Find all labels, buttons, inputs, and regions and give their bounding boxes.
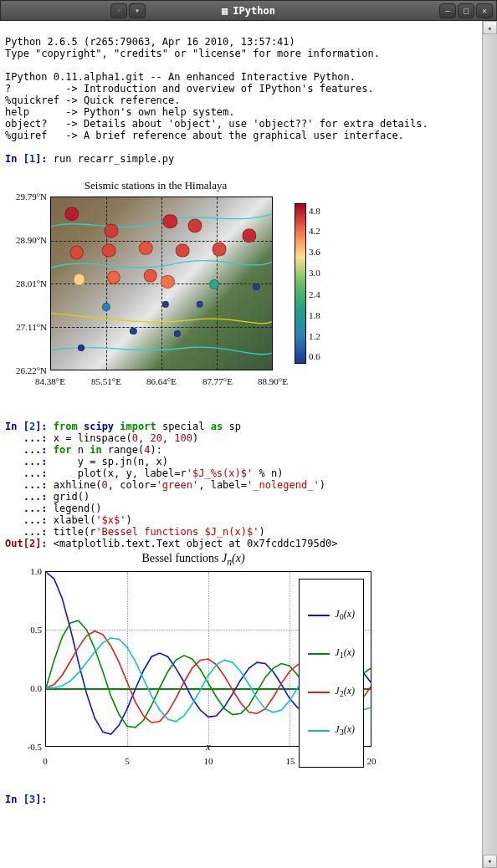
cell2-output: <matplotlib.text.Text object at 0x7fcddc… [54, 538, 338, 549]
station-dot [78, 345, 85, 351]
station-dot [144, 269, 158, 283]
scroll-up-arrow[interactable]: ▴ [483, 21, 497, 34]
window-title: IPython [233, 5, 275, 17]
sticky-button[interactable]: ◦ [110, 3, 127, 18]
intro-line: %quickref -> Quick reference. [5, 94, 181, 106]
intro-line: help -> Python's own help system. [5, 106, 235, 118]
in-prompt: In [ [5, 421, 29, 432]
station-dot [209, 279, 219, 289]
bessel-chart: Bessel functions Jn(x) 1.0 0.5 0.0 -0.5 … [5, 553, 382, 770]
close-button[interactable]: ✕ [476, 3, 493, 18]
legend: J0(x) J1(x) J2(x) J3(x) [299, 579, 364, 768]
station-dot [104, 224, 118, 238]
terminal-content[interactable]: Python 2.6.5 (r265:79063, Apr 16 2010, 1… [0, 21, 482, 868]
chart1-title: Seismic stations in the Himalaya [5, 180, 306, 191]
chart1-plotarea [50, 197, 273, 370]
station-dot [130, 328, 136, 334]
station-dot [73, 273, 85, 286]
intro-line: ? -> Introduction and overview of IPytho… [5, 83, 374, 94]
scroll-thumb[interactable] [483, 34, 497, 855]
intro-line: IPython 0.11.alpha1.git -- An enhanced I… [5, 71, 356, 83]
intro-line: %guiref -> A brief reference about the g… [5, 130, 404, 141]
chart2-title: Bessel functions Jn(x) [5, 553, 382, 569]
scroll-down-arrow[interactable]: ▾ [483, 855, 497, 868]
station-dot [213, 242, 227, 256]
chart2-plotarea: J0(x) J1(x) J2(x) J3(x) x [45, 571, 371, 747]
station-dot [161, 300, 168, 307]
station-dot [69, 246, 84, 260]
vertical-scrollbar[interactable]: ▴ ▾ [482, 21, 497, 868]
seismic-chart: Seismic stations in the Himalaya 29.79°N… [5, 180, 306, 387]
in-prompt: In [ [5, 153, 29, 165]
station-dot [196, 300, 202, 307]
cell1-code: run recarr_simple.py [54, 153, 175, 165]
intro-line: object? -> Details about 'object', use '… [5, 118, 428, 130]
station-dot [64, 207, 79, 222]
station-dot [163, 214, 177, 228]
station-dot [101, 243, 115, 258]
out-prompt: Out[ [5, 538, 29, 549]
app-icon: ▦ [222, 5, 228, 17]
station-dot [161, 275, 174, 288]
window-titlebar: ◦ ▾ ▦ IPython — □ ✕ [0, 0, 497, 21]
station-dot [102, 302, 110, 310]
intro-line: Python 2.6.5 (r265:79063, Apr 16 2010, 1… [5, 36, 295, 48]
in-prompt: In [ [5, 794, 29, 805]
station-dot [174, 329, 181, 336]
minimize-button[interactable]: — [439, 3, 456, 18]
shade-button[interactable]: ▾ [129, 3, 146, 18]
station-dot [253, 283, 259, 290]
station-dot [139, 241, 153, 255]
station-dot [176, 243, 190, 258]
maximize-button[interactable]: □ [458, 3, 474, 18]
station-dot [187, 219, 202, 233]
station-dot [107, 270, 120, 283]
chart2-xlabel: x [46, 741, 371, 753]
colorbar: 4.8 4.2 3.6 3.0 2.4 1.8 1.2 0.6 [295, 203, 306, 364]
intro-line: Type "copyright", "credits" or "license"… [5, 48, 380, 59]
